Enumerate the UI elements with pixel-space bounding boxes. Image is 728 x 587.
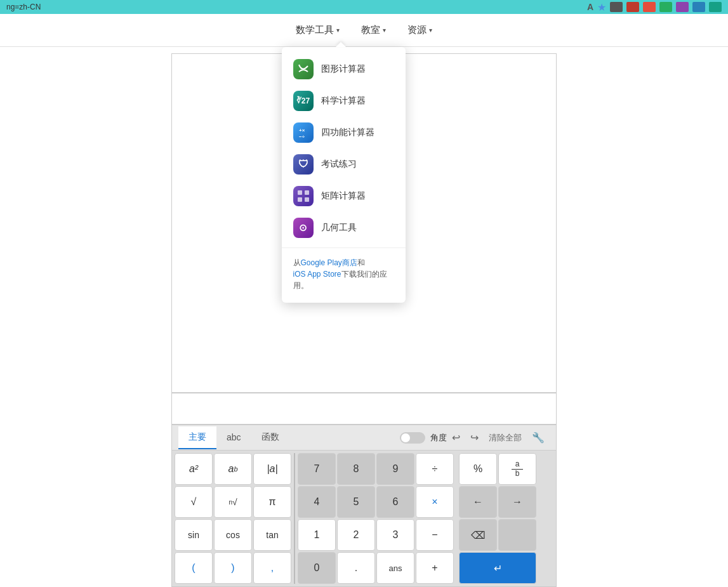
key-nthroot[interactable]: n√	[214, 486, 252, 518]
svg-rect-2	[298, 190, 302, 195]
keypad-divider	[294, 453, 295, 584]
keypad-area: a² ab |a| √ n√ π sin cos tan ( ) ,	[172, 451, 556, 586]
key-1[interactable]: 1	[298, 519, 336, 551]
key-minus[interactable]: −	[416, 519, 454, 551]
menu-footer: 从Google Play商店和iOS App Store下载我们的应用。	[282, 252, 406, 296]
nav-classroom[interactable]: 教室 ▾	[354, 19, 394, 41]
graphing-label: 图形计算器	[321, 63, 366, 75]
geometry-label: 几何工具	[321, 222, 357, 234]
key-3[interactable]: 3	[376, 519, 414, 551]
key-5[interactable]: 5	[337, 486, 375, 518]
tab-abc[interactable]: abc	[216, 427, 251, 449]
key-percent[interactable]: %	[459, 453, 497, 485]
keypad-spacer	[455, 453, 458, 584]
svg-rect-3	[305, 190, 309, 195]
four-function-icon: +× −÷	[293, 122, 314, 143]
scientific-icon: ∛27	[293, 91, 314, 111]
four-function-label: 四功能计算器	[321, 127, 374, 138]
angle-label: 角度	[430, 432, 447, 444]
scientific-label: 科学计算器	[321, 95, 366, 107]
ext-icon-2	[626, 2, 639, 12]
footer-text2: 和	[357, 258, 365, 267]
menu-divider	[282, 247, 406, 248]
keypad-ops: ÷ × − +	[416, 453, 454, 584]
key-7[interactable]: 7	[298, 453, 336, 485]
ext-icon-1	[610, 2, 623, 12]
classroom-arrow-icon: ▾	[383, 27, 386, 34]
ext-icon-7	[709, 2, 722, 12]
ext-icon-3	[643, 2, 656, 12]
key-pi[interactable]: π	[253, 486, 291, 518]
svg-text:+×: +×	[299, 128, 305, 133]
key-8[interactable]: 8	[337, 453, 375, 485]
tools-arrow-icon: ▾	[336, 27, 340, 34]
key-rparen[interactable]: )	[214, 552, 252, 584]
clear-all-button[interactable]: 清除全部	[484, 430, 527, 446]
redo-button[interactable]: ↪	[465, 429, 484, 446]
resources-arrow-icon: ▾	[429, 27, 432, 34]
key-mul[interactable]: ×	[416, 486, 454, 518]
key-comma[interactable]: ,	[253, 552, 291, 584]
keypad-right: % a b ← → ⌫ ↵	[459, 453, 536, 584]
key-sqrt[interactable]: √	[175, 486, 213, 518]
tab-main[interactable]: 主要	[178, 426, 216, 449]
nav-resources[interactable]: 资源 ▾	[400, 19, 440, 41]
key-absa[interactable]: |a|	[253, 453, 291, 485]
browser-lang: ng=zh-CN	[6, 3, 41, 11]
nav-tools[interactable]: 数学工具 ▾	[288, 19, 347, 41]
undo-button[interactable]: ↩	[447, 429, 465, 446]
browser-toolbar: A ★	[587, 1, 722, 13]
tab-bar: 主要 abc 函数 角度 ↩ ↪ 清除全部 🔧	[172, 425, 556, 451]
tools-dropdown: 图形计算器 ∛27 科学计算器 +× −÷ 四功能计算器 🛡 考	[282, 47, 406, 303]
key-plus[interactable]: +	[416, 552, 454, 584]
calculator-panel: 主要 abc 函数 角度 ↩ ↪ 清除全部 🔧	[171, 425, 557, 587]
footer-text1: 从	[293, 258, 301, 267]
ext-icon-6	[692, 2, 705, 12]
svg-rect-5	[305, 197, 309, 202]
matrix-icon	[293, 186, 314, 206]
menu-item-exam[interactable]: 🛡 考试练习	[282, 148, 406, 180]
key-left-arrow[interactable]: ←	[459, 486, 497, 518]
tab-func[interactable]: 函数	[251, 426, 289, 449]
exam-label: 考试练习	[321, 159, 357, 170]
key-tan[interactable]: tan	[253, 519, 291, 551]
key-fraction[interactable]: a b	[498, 453, 536, 485]
exam-icon: 🛡	[293, 154, 314, 175]
star-icon[interactable]: ★	[597, 1, 606, 13]
ios-store-link[interactable]: iOS App Store	[293, 270, 341, 279]
menu-item-geometry[interactable]: ⊙ 几何工具	[282, 212, 406, 244]
ext-icon-5	[676, 2, 689, 12]
ext-icon-4	[659, 2, 672, 12]
key-lparen[interactable]: (	[175, 552, 213, 584]
key-dot[interactable]: .	[337, 552, 375, 584]
google-play-link[interactable]: Google Play商店	[301, 258, 357, 267]
key-4[interactable]: 4	[298, 486, 336, 518]
key-ans[interactable]: ans	[376, 552, 414, 584]
settings-button[interactable]: 🔧	[527, 429, 550, 446]
svg-text:−÷: −÷	[299, 134, 305, 140]
key-right-arrow[interactable]: →	[498, 486, 536, 518]
angle-toggle-switch[interactable]	[400, 432, 425, 444]
key-ab[interactable]: ab	[214, 453, 252, 485]
input-area[interactable]	[171, 393, 557, 425]
key-div[interactable]: ÷	[416, 453, 454, 485]
key-backspace[interactable]: ⌫	[459, 519, 497, 551]
menu-item-graphing[interactable]: 图形计算器	[282, 53, 406, 85]
geometry-icon: ⊙	[293, 218, 314, 238]
menu-item-four-function[interactable]: +× −÷ 四功能计算器	[282, 117, 406, 148]
menu-item-matrix[interactable]: 矩阵计算器	[282, 180, 406, 212]
key-enter[interactable]: ↵	[459, 552, 536, 584]
menu-item-scientific[interactable]: ∛27 科学计算器	[282, 85, 406, 117]
nav-bar: 数学工具 ▾ 教室 ▾ 资源 ▾ 图形计算器	[0, 14, 728, 47]
key-cos[interactable]: cos	[214, 519, 252, 551]
keypad-left: a² ab |a| √ n√ π sin cos tan ( ) ,	[175, 453, 291, 584]
browser-bar: ng=zh-CN A ★	[0, 0, 728, 14]
key-0[interactable]: 0	[298, 552, 336, 584]
page: ng=zh-CN A ★ 数学工具 ▾ 教室 ▾ 资源 ▾	[0, 0, 728, 587]
svg-rect-4	[298, 197, 302, 202]
key-a2[interactable]: a²	[175, 453, 213, 485]
key-6[interactable]: 6	[376, 486, 414, 518]
key-sin[interactable]: sin	[175, 519, 213, 551]
key-9[interactable]: 9	[376, 453, 414, 485]
key-2[interactable]: 2	[337, 519, 375, 551]
